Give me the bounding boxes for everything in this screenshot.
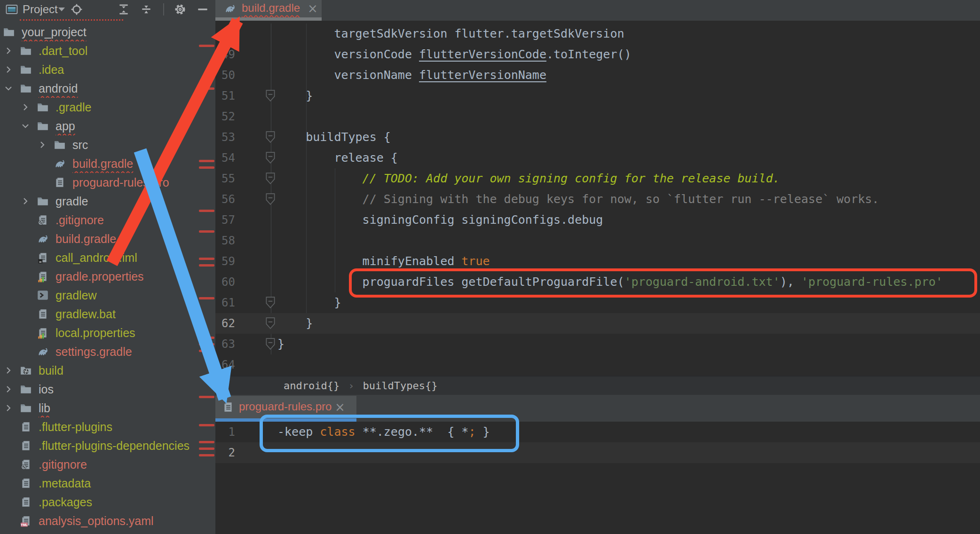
tree-item--dart-tool[interactable]: .dart_tool bbox=[0, 41, 215, 60]
change-marker bbox=[199, 230, 214, 233]
tree-item-gradle[interactable]: gradle bbox=[0, 192, 215, 211]
expand-all-icon[interactable] bbox=[118, 3, 130, 16]
locate-file-icon[interactable] bbox=[71, 3, 83, 16]
gear-icon[interactable] bbox=[174, 3, 186, 16]
tree-item-gradlew[interactable]: gradlew bbox=[0, 286, 215, 305]
gradle-line-50[interactable]: 50versionName flutterVersionName bbox=[215, 65, 980, 86]
tree-item-analysis-options-yaml[interactable]: analysis_options.yaml bbox=[0, 511, 215, 530]
tree-item-your-project[interactable]: your_project bbox=[0, 23, 215, 41]
fold-marker-icon[interactable] bbox=[265, 296, 276, 309]
change-marker bbox=[199, 210, 214, 212]
tree-item-build[interactable]: build bbox=[0, 361, 215, 380]
red-highlight-box bbox=[349, 268, 977, 298]
tree-item-ios[interactable]: ios bbox=[0, 380, 215, 399]
gradle-line-64[interactable]: 64 bbox=[215, 354, 980, 375]
tree-item-proguard-rules-pro[interactable]: proguard-rules.pro bbox=[0, 173, 215, 192]
gradle-line-56[interactable]: 56// Signing with the debug keys for now… bbox=[215, 189, 980, 210]
change-marker bbox=[199, 160, 214, 162]
tree-item-label: .gitignore bbox=[55, 211, 104, 229]
fold-marker-icon[interactable] bbox=[265, 317, 276, 330]
tree-item-label: src bbox=[72, 135, 88, 154]
collapse-all-icon[interactable] bbox=[140, 3, 152, 16]
line-number: 60 bbox=[215, 272, 235, 292]
chevron-right-icon[interactable] bbox=[4, 366, 13, 375]
tree-item-lib[interactable]: lib bbox=[0, 399, 215, 417]
folder-icon bbox=[54, 139, 66, 151]
file-icon bbox=[222, 401, 234, 413]
tree-item-label: analysis_options.yaml bbox=[39, 511, 154, 530]
tree-item-build-gradle[interactable]: build.gradle bbox=[0, 154, 215, 173]
gradle-line-57[interactable]: 57signingConfig signingConfigs.debug bbox=[215, 210, 980, 230]
tree-item-build-gradle[interactable]: build.gradle bbox=[0, 229, 215, 248]
gradle-line-62[interactable]: 62} bbox=[215, 313, 980, 334]
gradle-line-53[interactable]: 53buildTypes { bbox=[215, 127, 980, 148]
chevron-down-icon[interactable] bbox=[21, 121, 30, 131]
tree-item-app[interactable]: app bbox=[0, 117, 215, 135]
chevron-right-icon[interactable] bbox=[4, 65, 13, 74]
tree-item-local-properties[interactable]: local.properties bbox=[0, 323, 215, 342]
gradle-line-51[interactable]: 51} bbox=[215, 86, 980, 106]
chevron-right-icon[interactable] bbox=[21, 196, 30, 206]
tree-item--gradle[interactable]: .gradle bbox=[0, 98, 215, 117]
gradle-line-54[interactable]: 54release { bbox=[215, 148, 980, 168]
file-icon bbox=[20, 477, 32, 489]
iml-icon bbox=[37, 251, 49, 264]
tree-item-label: gradle bbox=[55, 192, 88, 211]
code-text: versionCode flutterVersionCode.toInteger… bbox=[215, 44, 980, 65]
tree-item--flutter-plugins[interactable]: .flutter-plugins bbox=[0, 417, 215, 436]
project-tool-window-title[interactable]: Project bbox=[23, 3, 58, 16]
tree-item-settings-gradle[interactable]: settings.gradle bbox=[0, 342, 215, 361]
close-icon[interactable]: × bbox=[308, 2, 318, 15]
gradle-line-52[interactable]: 52 bbox=[215, 106, 980, 127]
tree-item-gradle-properties[interactable]: gradle.properties bbox=[0, 267, 215, 286]
project-view-icon[interactable] bbox=[6, 3, 18, 16]
folder-icon bbox=[20, 63, 32, 76]
gradle-line-48[interactable]: 48targetSdkVersion flutter.targetSdkVers… bbox=[215, 24, 980, 44]
tree-item--metadata[interactable]: .metadata bbox=[0, 474, 215, 493]
fold-marker-icon[interactable] bbox=[265, 151, 276, 165]
fold-marker-icon[interactable] bbox=[265, 338, 276, 351]
gradle-line-55[interactable]: 55// TODO: Add your own signing config f… bbox=[215, 168, 980, 189]
tree-item-src[interactable]: src bbox=[0, 135, 215, 154]
code-text: } bbox=[215, 86, 980, 106]
gradle-line-63[interactable]: 63} bbox=[215, 334, 980, 354]
code-text: } bbox=[215, 313, 980, 334]
fold-marker-icon[interactable] bbox=[265, 193, 276, 206]
tree-item-call-android-iml[interactable]: call_android.iml bbox=[0, 248, 215, 267]
gradle-line-58[interactable]: 58 bbox=[215, 230, 980, 251]
breadcrumb-item[interactable]: android{} bbox=[284, 380, 340, 392]
chevron-right-icon[interactable] bbox=[4, 403, 13, 413]
tab-build-gradle[interactable]: build.gradle × bbox=[215, 0, 322, 17]
change-marker bbox=[199, 45, 214, 47]
close-icon[interactable]: × bbox=[335, 401, 345, 413]
chevron-down-icon bbox=[58, 8, 65, 11]
tree-item-android[interactable]: android bbox=[0, 79, 215, 98]
tree-item-gradlew-bat[interactable]: gradlew.bat bbox=[0, 305, 215, 323]
code-text: targetSdkVersion flutter.targetSdkVersio… bbox=[215, 24, 980, 44]
chevron-right-icon[interactable] bbox=[38, 140, 47, 149]
tree-item--gitignore[interactable]: .gitignore bbox=[0, 211, 215, 229]
hide-panel-icon[interactable] bbox=[197, 3, 209, 16]
line-number: 2 bbox=[215, 442, 235, 463]
tree-item--packages[interactable]: .packages bbox=[0, 493, 215, 511]
fold-marker-icon[interactable] bbox=[265, 131, 276, 144]
gradle-line-49[interactable]: 49versionCode flutterVersionCode.toInteg… bbox=[215, 44, 980, 65]
fold-marker-icon[interactable] bbox=[265, 172, 276, 185]
tree-item--gitignore[interactable]: .gitignore bbox=[0, 455, 215, 474]
tree-item--idea[interactable]: .idea bbox=[0, 60, 215, 79]
chevron-right-icon[interactable] bbox=[4, 385, 13, 394]
chevron-right-icon[interactable] bbox=[4, 46, 13, 55]
line-number: 49 bbox=[215, 44, 235, 65]
tab-label: build.gradle bbox=[242, 1, 300, 15]
tree-item-label: android bbox=[39, 79, 78, 98]
breadcrumb-item[interactable]: buildTypes{} bbox=[363, 380, 437, 392]
tree-item--flutter-plugins-dependencies[interactable]: .flutter-plugins-dependencies bbox=[0, 436, 215, 455]
chevron-right-icon[interactable] bbox=[21, 102, 30, 112]
fold-marker-icon[interactable] bbox=[265, 89, 276, 102]
code-text: versionName flutterVersionName bbox=[215, 65, 980, 86]
breadcrumb: android{}›buildTypes{} bbox=[215, 376, 980, 395]
change-marker bbox=[199, 448, 214, 450]
file-icon bbox=[37, 308, 49, 320]
chevron-down-icon[interactable] bbox=[4, 84, 13, 93]
buildfolder-icon bbox=[20, 364, 32, 377]
